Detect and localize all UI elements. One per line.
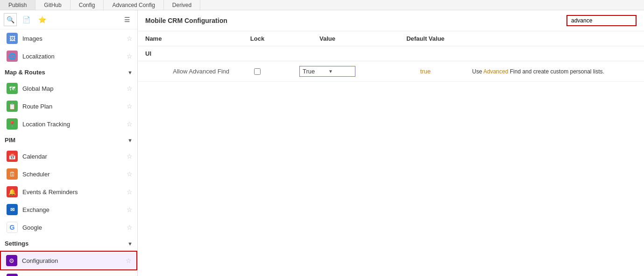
route-plan-star-icon[interactable]: ☆ <box>127 102 133 110</box>
content-header: Mobile CRM Configuration <box>138 10 644 31</box>
localization-icon: 🌐 <box>7 51 18 62</box>
search-container <box>566 15 637 26</box>
dropdown-arrow-icon: ▼ <box>328 69 352 74</box>
col-lock: Lock <box>239 35 276 42</box>
sidebar-item-voice-control[interactable]: 🎤 Voice Control ☆ <box>0 270 137 276</box>
section-pim[interactable]: PIM ▼ <box>0 133 137 147</box>
sidebar-item-route-plan[interactable]: 📋 Route Plan ☆ <box>0 97 137 115</box>
sidebar-item-location-tracking[interactable]: 📍 Location Tracking ☆ <box>0 115 137 133</box>
section-ui-label: UI <box>138 46 644 61</box>
sidebar-item-calendar-label: Calendar <box>22 153 47 160</box>
sidebar-item-scheduler[interactable]: 🗓 Scheduler ☆ <box>0 165 137 183</box>
sidebar-page-button[interactable]: 📄 <box>20 13 33 26</box>
sidebar-item-calendar[interactable]: 📅 Calendar ☆ <box>0 147 137 165</box>
col-default: Default Value <box>379 35 472 42</box>
row-desc-allow-advanced-find: Use Advanced Find and create custom pers… <box>472 68 637 75</box>
main-content: Mobile CRM Configuration Name Lock Value… <box>138 10 644 276</box>
col-value: Value <box>276 35 379 42</box>
sidebar-item-global-map-label: Global Map <box>22 85 53 92</box>
sidebar-item-exchange[interactable]: ✉ Exchange ☆ <box>0 201 137 218</box>
sidebar-item-events[interactable]: 🔔 Events & Reminders ☆ <box>0 183 137 201</box>
exchange-star-icon[interactable]: ☆ <box>127 206 133 213</box>
localization-star-icon[interactable]: ☆ <box>127 52 133 60</box>
scheduler-star-icon[interactable]: ☆ <box>127 170 133 178</box>
sidebar-item-images[interactable]: 🖼 Images ☆ <box>0 29 137 47</box>
section-settings-chevron: ▼ <box>127 241 133 247</box>
scheduler-icon: 🗓 <box>7 168 18 180</box>
sidebar-item-location-tracking-label: Location Tracking <box>22 121 70 128</box>
calendar-icon: 📅 <box>7 151 18 162</box>
sidebar: 🔍 📄 ⭐ ☰ 🖼 Images ☆ 🌐 Localization ☆ Map … <box>0 10 138 276</box>
section-pim-label: PIM <box>5 137 15 144</box>
images-star-icon[interactable]: ☆ <box>127 35 133 42</box>
events-icon: 🔔 <box>7 186 18 197</box>
exchange-icon: ✉ <box>7 204 18 215</box>
row-name-allow-advanced-find: Allow Advanced Find <box>145 68 239 75</box>
location-tracking-icon: 📍 <box>7 118 18 130</box>
lock-checkbox[interactable] <box>254 68 261 75</box>
tab-github[interactable]: GitHub <box>35 0 70 10</box>
sidebar-item-events-label: Events & Reminders <box>22 189 78 196</box>
section-map-routes[interactable]: Map & Routes ▼ <box>0 65 137 80</box>
sidebar-star-button[interactable]: ⭐ <box>35 13 49 26</box>
row-default-allow-advanced-find: true <box>379 68 472 75</box>
section-settings[interactable]: Settings ▼ <box>0 236 137 251</box>
events-star-icon[interactable]: ☆ <box>127 188 133 196</box>
sidebar-menu-button[interactable]: ☰ <box>120 13 134 26</box>
sidebar-item-google[interactable]: G Google ☆ <box>0 218 137 236</box>
search-input[interactable] <box>566 15 637 26</box>
sidebar-item-google-label: Google <box>22 224 42 231</box>
sidebar-item-localization[interactable]: 🌐 Localization ☆ <box>0 47 137 65</box>
section-settings-label: Settings <box>5 240 28 247</box>
table-header: Name Lock Value Default Value <box>138 31 644 46</box>
tab-derived[interactable]: Derived <box>164 0 200 10</box>
voice-control-icon: 🎤 <box>7 274 18 276</box>
table-row: Allow Advanced Find True ▼ true Use Adva… <box>138 61 644 82</box>
sidebar-item-configuration-label: Configuration <box>22 257 58 264</box>
value-select-text: True <box>303 68 326 75</box>
row-value-allow-advanced-find: True ▼ <box>276 66 379 77</box>
sidebar-search-button[interactable]: 🔍 <box>4 13 17 26</box>
google-star-icon[interactable]: ☆ <box>127 224 133 231</box>
sidebar-item-global-map[interactable]: 🗺 Global Map ☆ <box>0 80 137 97</box>
calendar-star-icon[interactable]: ☆ <box>127 153 133 160</box>
tab-publish[interactable]: Publish <box>0 0 35 10</box>
section-map-routes-label: Map & Routes <box>5 69 45 76</box>
sidebar-top: 🔍 📄 ⭐ ☰ <box>0 10 137 29</box>
location-tracking-star-icon[interactable]: ☆ <box>127 120 133 128</box>
sidebar-item-images-label: Images <box>22 35 42 42</box>
main-layout: 🔍 📄 ⭐ ☰ 🖼 Images ☆ 🌐 Localization ☆ Map … <box>0 10 644 276</box>
row-lock-allow-advanced-find <box>239 68 276 75</box>
images-icon: 🖼 <box>7 33 18 44</box>
highlight-advanced: Advanced <box>483 68 508 75</box>
content-table-area: UI Allow Advanced Find True ▼ true Use A… <box>138 46 644 276</box>
sidebar-item-scheduler-label: Scheduler <box>22 171 50 178</box>
configuration-star-icon[interactable]: ☆ <box>126 257 132 264</box>
top-tabs: Publish GitHub Config Advanced Config De… <box>0 0 644 10</box>
section-pim-chevron: ▼ <box>127 138 133 143</box>
tab-config[interactable]: Config <box>71 0 104 10</box>
content-title: Mobile CRM Configuration <box>145 17 227 24</box>
sidebar-item-localization-label: Localization <box>22 53 55 60</box>
section-map-routes-chevron: ▼ <box>127 70 133 75</box>
configuration-icon: ⚙ <box>6 255 17 266</box>
value-select[interactable]: True ▼ <box>299 66 355 77</box>
col-desc <box>472 35 637 42</box>
global-map-icon: 🗺 <box>7 83 18 94</box>
sidebar-item-configuration[interactable]: ⚙ Configuration ☆ <box>0 251 137 270</box>
sidebar-item-exchange-label: Exchange <box>22 206 50 213</box>
description-text: Use Advanced Find and create custom pers… <box>472 68 604 75</box>
global-map-star-icon[interactable]: ☆ <box>127 85 133 92</box>
col-name: Name <box>145 35 239 42</box>
google-icon: G <box>7 222 18 233</box>
sidebar-item-route-plan-label: Route Plan <box>22 103 52 110</box>
tab-advanced-config[interactable]: Advanced Config <box>104 0 163 10</box>
route-plan-icon: 📋 <box>7 101 18 112</box>
